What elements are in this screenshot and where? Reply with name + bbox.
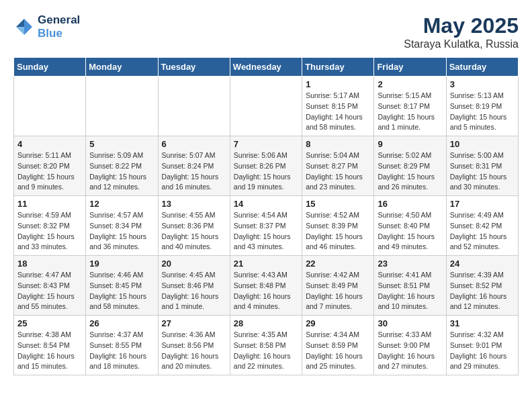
day-info: Sunrise: 5:13 AM Sunset: 8:19 PM Dayligh… (450, 91, 515, 133)
day-number: 19 (89, 259, 154, 269)
day-number: 26 (89, 318, 154, 328)
calendar-cell: 14Sunrise: 4:54 AM Sunset: 8:37 PM Dayli… (230, 196, 302, 256)
day-info: Sunrise: 4:57 AM Sunset: 8:34 PM Dayligh… (89, 210, 154, 253)
day-number: 11 (17, 199, 82, 209)
weekday-header: Saturday (446, 58, 518, 77)
weekday-header: Sunday (14, 58, 86, 77)
calendar-cell: 12Sunrise: 4:57 AM Sunset: 8:34 PM Dayli… (86, 196, 158, 256)
day-info: Sunrise: 5:04 AM Sunset: 8:27 PM Dayligh… (306, 150, 370, 193)
day-number: 3 (450, 79, 515, 89)
calendar-cell (86, 77, 158, 136)
calendar-cell: 28Sunrise: 4:35 AM Sunset: 8:58 PM Dayli… (230, 316, 302, 375)
location: Staraya Kulatka, Russia (404, 38, 519, 50)
day-info: Sunrise: 4:34 AM Sunset: 8:59 PM Dayligh… (306, 330, 370, 372)
day-info: Sunrise: 4:36 AM Sunset: 8:56 PM Dayligh… (162, 330, 226, 372)
day-number: 1 (306, 79, 370, 89)
calendar-cell: 18Sunrise: 4:47 AM Sunset: 8:43 PM Dayli… (14, 256, 86, 316)
calendar-cell: 1Sunrise: 5:17 AM Sunset: 8:15 PM Daylig… (302, 77, 374, 136)
day-number: 25 (17, 318, 82, 328)
day-info: Sunrise: 5:15 AM Sunset: 8:17 PM Dayligh… (378, 91, 442, 133)
day-number: 10 (450, 139, 515, 149)
month-title: May 2025 (404, 13, 519, 38)
calendar-cell: 20Sunrise: 4:45 AM Sunset: 8:46 PM Dayli… (158, 256, 230, 316)
calendar-cell: 5Sunrise: 5:09 AM Sunset: 8:22 PM Daylig… (86, 136, 158, 196)
day-number: 23 (378, 259, 442, 269)
day-info: Sunrise: 4:46 AM Sunset: 8:45 PM Dayligh… (89, 270, 154, 312)
day-number: 20 (162, 259, 226, 269)
calendar-cell: 15Sunrise: 4:52 AM Sunset: 8:39 PM Dayli… (302, 196, 374, 256)
calendar-cell: 13Sunrise: 4:55 AM Sunset: 8:36 PM Dayli… (158, 196, 230, 256)
day-number: 2 (378, 79, 442, 89)
calendar-cell: 2Sunrise: 5:15 AM Sunset: 8:17 PM Daylig… (374, 77, 446, 136)
calendar-week-row: 4Sunrise: 5:11 AM Sunset: 8:20 PM Daylig… (14, 136, 519, 196)
weekday-header: Thursday (302, 58, 374, 77)
day-info: Sunrise: 5:09 AM Sunset: 8:22 PM Dayligh… (89, 150, 154, 193)
day-info: Sunrise: 4:45 AM Sunset: 8:46 PM Dayligh… (162, 270, 226, 312)
weekday-header: Tuesday (158, 58, 230, 77)
calendar-cell: 6Sunrise: 5:07 AM Sunset: 8:24 PM Daylig… (158, 136, 230, 196)
day-number: 6 (162, 139, 226, 149)
day-info: Sunrise: 5:11 AM Sunset: 8:20 PM Dayligh… (17, 150, 82, 193)
calendar-cell: 9Sunrise: 5:02 AM Sunset: 8:29 PM Daylig… (374, 136, 446, 196)
day-number: 28 (234, 318, 298, 328)
svg-marker-3 (16, 27, 24, 35)
calendar-cell: 27Sunrise: 4:36 AM Sunset: 8:56 PM Dayli… (158, 316, 230, 375)
day-number: 30 (378, 318, 442, 328)
day-number: 21 (234, 259, 298, 269)
svg-marker-1 (24, 19, 32, 27)
day-info: Sunrise: 4:55 AM Sunset: 8:36 PM Dayligh… (162, 210, 226, 253)
day-info: Sunrise: 4:52 AM Sunset: 8:39 PM Dayligh… (306, 210, 370, 253)
weekday-header: Monday (86, 58, 158, 77)
calendar-cell: 31Sunrise: 4:32 AM Sunset: 9:01 PM Dayli… (446, 316, 518, 375)
day-number: 31 (450, 318, 515, 328)
calendar-week-row: 11Sunrise: 4:59 AM Sunset: 8:32 PM Dayli… (14, 196, 519, 256)
calendar-cell: 21Sunrise: 4:43 AM Sunset: 8:48 PM Dayli… (230, 256, 302, 316)
calendar-cell: 24Sunrise: 4:39 AM Sunset: 8:52 PM Dayli… (446, 256, 518, 316)
day-info: Sunrise: 5:07 AM Sunset: 8:24 PM Dayligh… (162, 150, 226, 193)
svg-marker-4 (24, 27, 32, 35)
logo: General Blue (13, 13, 80, 41)
calendar-cell: 29Sunrise: 4:34 AM Sunset: 8:59 PM Dayli… (302, 316, 374, 375)
weekday-header: Friday (374, 58, 446, 77)
calendar-cell (230, 77, 302, 136)
day-info: Sunrise: 4:49 AM Sunset: 8:42 PM Dayligh… (450, 210, 515, 253)
calendar-cell: 8Sunrise: 5:04 AM Sunset: 8:27 PM Daylig… (302, 136, 374, 196)
calendar-cell: 4Sunrise: 5:11 AM Sunset: 8:20 PM Daylig… (14, 136, 86, 196)
page-header: General Blue May 2025 Staraya Kulatka, R… (13, 13, 519, 50)
day-info: Sunrise: 4:35 AM Sunset: 8:58 PM Dayligh… (234, 330, 298, 372)
day-info: Sunrise: 4:33 AM Sunset: 9:00 PM Dayligh… (378, 330, 442, 372)
day-info: Sunrise: 4:50 AM Sunset: 8:40 PM Dayligh… (378, 210, 442, 253)
calendar-week-row: 1Sunrise: 5:17 AM Sunset: 8:15 PM Daylig… (14, 77, 519, 136)
calendar-cell: 16Sunrise: 4:50 AM Sunset: 8:40 PM Dayli… (374, 196, 446, 256)
weekday-header: Wednesday (230, 58, 302, 77)
calendar-table: SundayMondayTuesdayWednesdayThursdayFrid… (13, 57, 519, 375)
day-info: Sunrise: 4:47 AM Sunset: 8:43 PM Dayligh… (17, 270, 82, 312)
day-number: 4 (17, 139, 82, 149)
weekday-header-row: SundayMondayTuesdayWednesdayThursdayFrid… (14, 58, 519, 77)
calendar-week-row: 18Sunrise: 4:47 AM Sunset: 8:43 PM Dayli… (14, 256, 519, 316)
day-info: Sunrise: 4:59 AM Sunset: 8:32 PM Dayligh… (17, 210, 82, 253)
calendar-cell: 17Sunrise: 4:49 AM Sunset: 8:42 PM Dayli… (446, 196, 518, 256)
day-number: 29 (306, 318, 370, 328)
day-number: 8 (306, 139, 370, 149)
day-number: 7 (234, 139, 298, 149)
day-info: Sunrise: 5:00 AM Sunset: 8:31 PM Dayligh… (450, 150, 515, 193)
calendar-cell: 7Sunrise: 5:06 AM Sunset: 8:26 PM Daylig… (230, 136, 302, 196)
day-number: 27 (162, 318, 226, 328)
day-info: Sunrise: 5:06 AM Sunset: 8:26 PM Dayligh… (234, 150, 298, 193)
calendar-cell: 3Sunrise: 5:13 AM Sunset: 8:19 PM Daylig… (446, 77, 518, 136)
calendar-cell: 19Sunrise: 4:46 AM Sunset: 8:45 PM Dayli… (86, 256, 158, 316)
calendar-cell: 25Sunrise: 4:38 AM Sunset: 8:54 PM Dayli… (14, 316, 86, 375)
day-number: 24 (450, 259, 515, 269)
day-number: 16 (378, 199, 442, 209)
day-number: 12 (89, 199, 154, 209)
calendar-cell: 23Sunrise: 4:41 AM Sunset: 8:51 PM Dayli… (374, 256, 446, 316)
calendar-cell (14, 77, 86, 136)
logo-icon (13, 16, 35, 38)
calendar-cell (158, 77, 230, 136)
day-info: Sunrise: 4:39 AM Sunset: 8:52 PM Dayligh… (450, 270, 515, 312)
day-info: Sunrise: 4:43 AM Sunset: 8:48 PM Dayligh… (234, 270, 298, 312)
day-number: 15 (306, 199, 370, 209)
svg-marker-2 (16, 19, 24, 27)
day-info: Sunrise: 4:41 AM Sunset: 8:51 PM Dayligh… (378, 270, 442, 312)
